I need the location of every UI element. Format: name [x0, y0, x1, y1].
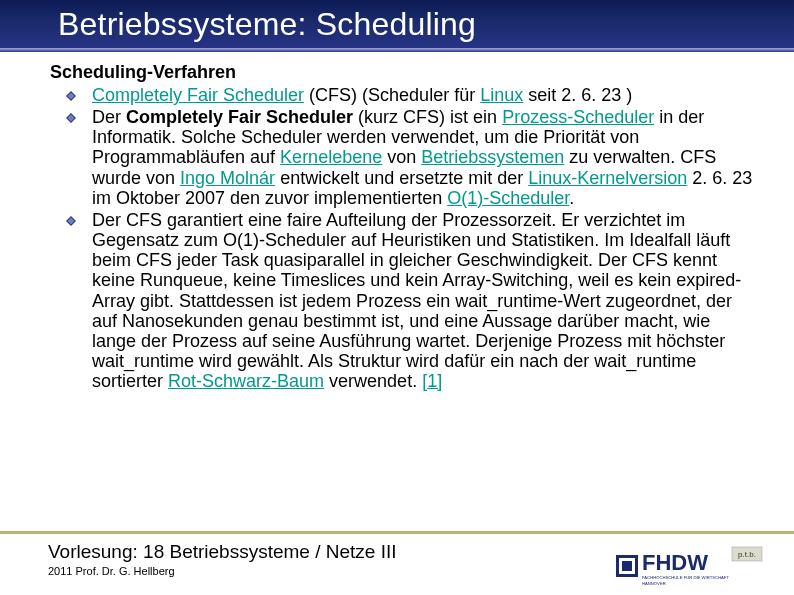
text-run: verwendet.: [324, 371, 422, 391]
link-kernelebene[interactable]: Kernelebene: [280, 147, 382, 167]
link-linux[interactable]: Linux: [480, 85, 523, 105]
section-heading: Scheduling-Verfahren: [50, 62, 758, 83]
svg-rect-8: [622, 561, 632, 571]
logo-sub2: HANNOVER: [642, 581, 666, 586]
link-o1-scheduler[interactable]: O(1)-Scheduler: [447, 188, 569, 208]
diamond-bullet-icon: [66, 216, 76, 226]
diamond-bullet-icon: [66, 113, 76, 123]
copyright: 2011 Prof. Dr. G. Hellberg: [48, 565, 397, 577]
logo-sub1: FACHHOCHSCHULE FÜR DIE WIRTSCHAFT: [642, 575, 729, 580]
link-process-scheduler[interactable]: Prozess-Scheduler: [502, 107, 654, 127]
text-run: von: [382, 147, 421, 167]
bullet-list: Completely Fair Scheduler (CFS) (Schedul…: [50, 85, 758, 391]
list-item: Completely Fair Scheduler (CFS) (Schedul…: [50, 85, 758, 105]
list-item: Der Completely Fair Scheduler (kurz CFS)…: [50, 107, 758, 208]
link-citation-1[interactable]: [1]: [422, 371, 442, 391]
fhdw-logo: FHDW p.t.b. FACHHOCHSCHULE FÜR DIE WIRTS…: [616, 537, 766, 587]
text-run: Der: [92, 107, 126, 127]
title-bar: Betriebssysteme: Scheduling: [0, 0, 794, 52]
link-cfs[interactable]: Completely Fair Scheduler: [92, 85, 304, 105]
link-rot-schwarz-baum[interactable]: Rot-Schwarz-Baum: [168, 371, 324, 391]
diamond-bullet-icon: [66, 91, 76, 101]
lecture-label: Vorlesung:: [48, 541, 138, 562]
text-run: (kurz CFS) ist ein: [353, 107, 502, 127]
text-run: .: [569, 188, 574, 208]
footer-divider: [0, 531, 794, 534]
bold-text: Completely Fair Scheduler: [126, 107, 353, 127]
slide-title: Betriebssysteme: Scheduling: [0, 0, 794, 43]
footer-text: Vorlesung: 18 Betriebssysteme / Netze II…: [48, 541, 397, 577]
text-run: (CFS) (Scheduler für: [304, 85, 480, 105]
link-betriebssystemen[interactable]: Betriebssystemen: [421, 147, 564, 167]
lecture-line: Vorlesung: 18 Betriebssysteme / Netze II…: [48, 541, 397, 563]
link-ingo-molnar[interactable]: Ingo Molnár: [180, 168, 275, 188]
content-area: Scheduling-Verfahren Completely Fair Sch…: [0, 52, 794, 391]
text-run: entwickelt und ersetzte mit der: [275, 168, 528, 188]
text-run: seit 2. 6. 23 ): [523, 85, 632, 105]
logo-tag: p.t.b.: [738, 550, 756, 559]
logo-main-text: FHDW: [642, 550, 708, 575]
text-run: Der CFS garantiert eine faire Aufteilung…: [92, 210, 741, 391]
lecture-value: 18 Betriebssysteme / Netze III: [138, 541, 397, 562]
link-linux-kernelversion[interactable]: Linux-Kernelversion: [528, 168, 687, 188]
footer: Vorlesung: 18 Betriebssysteme / Netze II…: [0, 531, 794, 595]
list-item: Der CFS garantiert eine faire Aufteilung…: [50, 210, 758, 391]
